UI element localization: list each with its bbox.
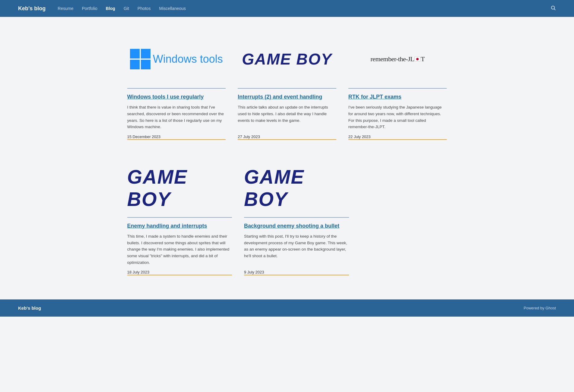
- post-title-4[interactable]: Enemy handling and interrupts: [127, 223, 232, 229]
- gameboy-logo-3: GAME BOY: [244, 166, 349, 210]
- post-title-3[interactable]: RTK for JLPT exams: [348, 93, 447, 100]
- win-tile-tr: [141, 49, 151, 58]
- footer-powered: Powered by Ghost: [524, 306, 556, 310]
- nav-resume[interactable]: Resume: [58, 6, 73, 11]
- nav-blog[interactable]: Blog: [106, 6, 115, 11]
- main-nav: Resume Portfolio Blog Git Photos Miscell…: [58, 6, 538, 11]
- post-excerpt-1: I think that there is value in sharing t…: [127, 104, 226, 130]
- post-excerpt-5: Starting with this post, I'll try to kee…: [244, 233, 349, 266]
- post-divider-3: [348, 88, 447, 89]
- post-divider-2: [238, 88, 336, 89]
- jlpt-logo: remember-the-JLT: [370, 55, 425, 63]
- nav-photos[interactable]: Photos: [138, 6, 151, 11]
- svg-line-1: [554, 9, 555, 10]
- post-card-gameboy3: GAME BOY Background enemy shooting a bul…: [244, 164, 349, 275]
- post-date-2: 27 July 2023: [238, 134, 336, 140]
- windows-logo: Windows tools: [130, 49, 223, 69]
- post-excerpt-4: This time, I made a system to handle ene…: [127, 233, 232, 266]
- posts-grid-row2: GAME BOY Enemy handling and interrupts T…: [127, 164, 349, 275]
- site-logo[interactable]: Keb's blog: [18, 5, 46, 12]
- nav-portfolio[interactable]: Portfolio: [82, 6, 97, 11]
- search-icon[interactable]: [550, 5, 556, 12]
- nav-git[interactable]: Git: [124, 6, 129, 11]
- win-tile-tl: [130, 49, 140, 58]
- post-date-4: 18 July 2023: [127, 270, 232, 275]
- post-card-windows: Windows tools Windows tools I use regula…: [127, 35, 226, 140]
- page-footer: Keb's blog Powered by Ghost: [0, 299, 574, 317]
- post-date-3: 22 July 2023: [348, 134, 447, 140]
- windows-text: Windows tools: [153, 53, 223, 65]
- posts-grid-row1: Windows tools Windows tools I use regula…: [127, 35, 447, 140]
- post-divider-4: [127, 217, 232, 218]
- post-divider-1: [127, 88, 226, 89]
- post-image-gameboy2: GAME BOY: [127, 164, 232, 212]
- win-tile-br: [141, 60, 151, 69]
- post-excerpt-3: I've been seriously studying the Japanes…: [348, 104, 447, 130]
- gameboy-logo-1: GAME BOY: [242, 50, 332, 68]
- post-image-gameboy3: GAME BOY: [244, 164, 349, 212]
- post-title-1[interactable]: Windows tools I use regularly: [127, 93, 226, 100]
- post-image-windows: Windows tools: [127, 35, 226, 83]
- gameboy-logo-2: GAME BOY: [127, 166, 232, 210]
- post-card-jlpt: remember-the-JLT RTK for JLPT exams I've…: [348, 35, 447, 140]
- win-tile-bl: [130, 60, 140, 69]
- post-divider-5: [244, 217, 349, 218]
- post-date-1: 15 December 2023: [127, 134, 226, 140]
- post-card-gameboy2: GAME BOY Enemy handling and interrupts T…: [127, 164, 232, 275]
- post-title-5[interactable]: Background enemy shooting a bullet: [244, 223, 349, 229]
- footer-brand: Keb's blog: [18, 305, 41, 311]
- post-date-5: 9 July 2023: [244, 270, 349, 275]
- post-image-jlpt: remember-the-JLT: [348, 35, 447, 83]
- post-image-gameboy1: GAME BOY: [238, 35, 336, 83]
- post-excerpt-2: This article talks about an update on th…: [238, 104, 336, 130]
- nav-miscellaneous[interactable]: Miscellaneous: [159, 6, 186, 11]
- post-title-2[interactable]: Interrupts (2) and event handling: [238, 93, 336, 100]
- post-card-gameboy1: GAME BOY Interrupts (2) and event handli…: [238, 35, 336, 140]
- jlpt-flag-icon: [414, 57, 420, 62]
